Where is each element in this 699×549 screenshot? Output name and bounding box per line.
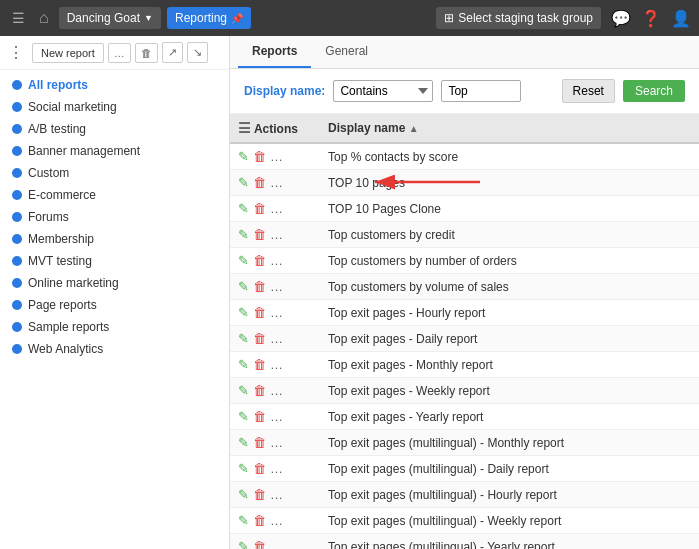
delete-icon[interactable]: 🗑 xyxy=(253,383,266,398)
delete-icon[interactable]: 🗑 xyxy=(253,487,266,502)
delete-icon[interactable]: 🗑 xyxy=(253,539,266,549)
delete-icon[interactable]: 🗑 xyxy=(253,253,266,268)
delete-icon[interactable]: 🗑 xyxy=(253,331,266,346)
more-icon[interactable]: … xyxy=(270,487,284,502)
more-icon[interactable]: … xyxy=(270,383,284,398)
delete-icon[interactable]: 🗑 xyxy=(253,279,266,294)
new-report-button[interactable]: New report xyxy=(32,43,104,63)
delete-icon[interactable]: 🗑 xyxy=(253,461,266,476)
sidebar-item-e-commerce[interactable]: E-commerce xyxy=(0,184,229,206)
row-display-name[interactable]: Top exit pages (multilingual) - Daily re… xyxy=(320,456,699,482)
edit-icon[interactable]: ✎ xyxy=(238,409,249,424)
row-display-name[interactable]: Top exit pages (multilingual) - Weekly r… xyxy=(320,508,699,534)
edit-icon[interactable]: ✎ xyxy=(238,305,249,320)
edit-icon[interactable]: ✎ xyxy=(238,331,249,346)
delete-icon[interactable]: 🗑 xyxy=(253,149,266,164)
row-display-name[interactable]: TOP 10 Pages Clone xyxy=(320,196,699,222)
sidebar-item-social-marketing[interactable]: Social marketing xyxy=(0,96,229,118)
row-display-name[interactable]: Top customers by number of orders xyxy=(320,248,699,274)
sidebar-item-banner-management[interactable]: Banner management xyxy=(0,140,229,162)
sidebar-item-web-analytics[interactable]: Web Analytics xyxy=(0,338,229,360)
staging-button[interactable]: ⊞ Select staging task group xyxy=(436,7,601,29)
tab-reports[interactable]: Reports xyxy=(238,36,311,68)
more-icon[interactable]: … xyxy=(270,409,284,424)
edit-icon[interactable]: ✎ xyxy=(238,357,249,372)
section-reporting[interactable]: Reporting 📌 xyxy=(167,7,251,29)
edit-icon[interactable]: ✎ xyxy=(238,253,249,268)
edit-icon[interactable]: ✎ xyxy=(238,201,249,216)
tab-general[interactable]: General xyxy=(311,36,382,68)
delete-button[interactable]: 🗑 xyxy=(135,43,158,63)
sidebar-menu-icon[interactable]: ⋮ xyxy=(8,43,24,62)
search-button[interactable]: Search xyxy=(623,80,685,102)
delete-icon[interactable]: 🗑 xyxy=(253,409,266,424)
row-display-name[interactable]: Top exit pages - Hourly report xyxy=(320,300,699,326)
sidebar-item-sample-reports[interactable]: Sample reports xyxy=(0,316,229,338)
row-display-name[interactable]: Top exit pages - Yearly report xyxy=(320,404,699,430)
row-display-name[interactable]: Top exit pages - Daily report xyxy=(320,326,699,352)
row-display-name[interactable]: Top % contacts by score xyxy=(320,143,699,170)
row-display-name[interactable]: Top exit pages (multilingual) - Hourly r… xyxy=(320,482,699,508)
delete-icon[interactable]: 🗑 xyxy=(253,357,266,372)
sidebar-item-all-reports[interactable]: All reports xyxy=(0,74,229,96)
more-icon[interactable]: … xyxy=(270,149,284,164)
more-icon[interactable]: … xyxy=(270,279,284,294)
more-icon[interactable]: … xyxy=(270,539,284,549)
help-icon[interactable]: ❓ xyxy=(641,9,661,28)
more-icon[interactable]: … xyxy=(270,253,284,268)
sidebar-item-page-reports[interactable]: Page reports xyxy=(0,294,229,316)
delete-icon[interactable]: 🗑 xyxy=(253,175,266,190)
delete-icon[interactable]: 🗑 xyxy=(253,435,266,450)
sidebar-item-custom[interactable]: Custom xyxy=(0,162,229,184)
home-icon[interactable]: ⌂ xyxy=(35,5,53,31)
row-display-name[interactable]: Top exit pages (multilingual) - Monthly … xyxy=(320,430,699,456)
edit-icon[interactable]: ✎ xyxy=(238,513,249,528)
sidebar-item-online-marketing[interactable]: Online marketing xyxy=(0,272,229,294)
row-display-name[interactable]: Top exit pages - Monthly report xyxy=(320,352,699,378)
delete-icon[interactable]: 🗑 xyxy=(253,227,266,242)
more-icon[interactable]: … xyxy=(270,461,284,476)
hamburger-icon[interactable]: ☰ xyxy=(8,6,29,30)
delete-icon[interactable]: 🗑 xyxy=(253,201,266,216)
edit-icon[interactable]: ✎ xyxy=(238,539,249,549)
reset-button[interactable]: Reset xyxy=(562,79,615,103)
sidebar-item-mvt-testing[interactable]: MVT testing xyxy=(0,250,229,272)
edit-icon[interactable]: ✎ xyxy=(238,175,249,190)
col-display-name[interactable]: Display name ▲ xyxy=(320,114,699,143)
sidebar-item-forums[interactable]: Forums xyxy=(0,206,229,228)
row-display-name[interactable]: Top exit pages - Weekly report xyxy=(320,378,699,404)
edit-icon[interactable]: ✎ xyxy=(238,461,249,476)
delete-icon[interactable]: 🗑 xyxy=(253,305,266,320)
edit-icon[interactable]: ✎ xyxy=(238,279,249,294)
more-icon[interactable]: … xyxy=(270,305,284,320)
chat-icon[interactable]: 💬 xyxy=(611,9,631,28)
user-icon[interactable]: 👤 xyxy=(671,9,691,28)
more-icon[interactable]: … xyxy=(270,227,284,242)
export-button[interactable]: ↗ xyxy=(162,42,183,63)
row-display-name[interactable]: TOP 10 pages xyxy=(320,170,699,196)
delete-icon[interactable]: 🗑 xyxy=(253,513,266,528)
more-icon[interactable]: … xyxy=(270,357,284,372)
more-icon[interactable]: … xyxy=(270,331,284,346)
operator-select[interactable]: ContainsStarts withEnds withEquals xyxy=(333,80,433,102)
app-name-dropdown-icon[interactable]: ▼ xyxy=(144,13,153,23)
sidebar-item-membership[interactable]: Membership xyxy=(0,228,229,250)
sidebar-item-a/b-testing[interactable]: A/B testing xyxy=(0,118,229,140)
row-actions-cell: ✎ 🗑 … xyxy=(230,456,320,482)
more-icon[interactable]: … xyxy=(270,175,284,190)
edit-icon[interactable]: ✎ xyxy=(238,227,249,242)
row-display-name[interactable]: Top customers by volume of sales xyxy=(320,274,699,300)
more-icon[interactable]: … xyxy=(270,513,284,528)
more-options-button[interactable]: … xyxy=(108,43,131,63)
row-display-name[interactable]: Top exit pages (multilingual) - Yearly r… xyxy=(320,534,699,550)
edit-icon[interactable]: ✎ xyxy=(238,435,249,450)
more-icon[interactable]: … xyxy=(270,201,284,216)
edit-icon[interactable]: ✎ xyxy=(238,487,249,502)
import-button[interactable]: ↘ xyxy=(187,42,208,63)
app-name[interactable]: Dancing Goat ▼ xyxy=(59,7,161,29)
search-input[interactable] xyxy=(441,80,521,102)
edit-icon[interactable]: ✎ xyxy=(238,149,249,164)
edit-icon[interactable]: ✎ xyxy=(238,383,249,398)
more-icon[interactable]: … xyxy=(270,435,284,450)
row-display-name[interactable]: Top customers by credit xyxy=(320,222,699,248)
